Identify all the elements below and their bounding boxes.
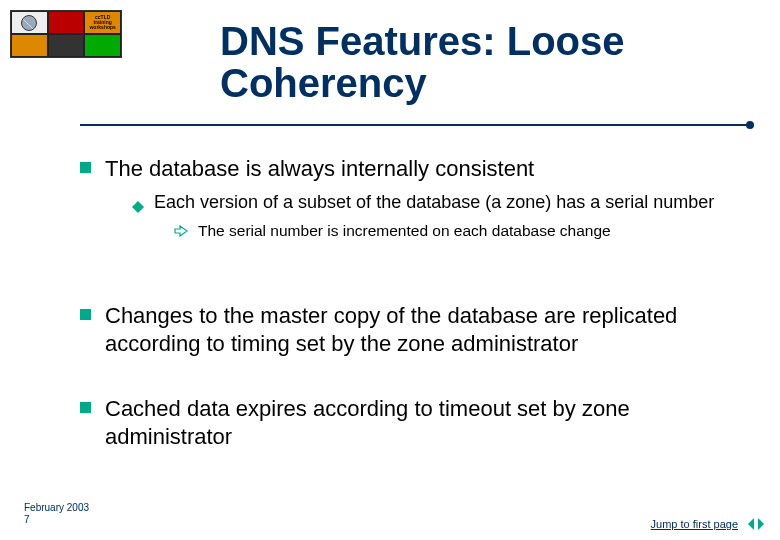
bullet-square-icon	[80, 402, 91, 413]
bullet-text: Each version of a subset of the database…	[154, 191, 714, 214]
slide: ccTLD training workshops DNS Features: L…	[0, 0, 780, 540]
logo-cell	[48, 11, 85, 34]
footer-page-number: 7	[24, 514, 30, 525]
logo-cell-label: ccTLD training workshops	[84, 11, 121, 34]
bullet-text: Changes to the master copy of the databa…	[105, 302, 740, 357]
footer-date: February 2003 7	[24, 502, 89, 526]
jump-to-first-link[interactable]: Jump to first page	[651, 518, 738, 530]
prev-slide-icon[interactable]	[742, 518, 754, 530]
footer-nav: Jump to first page	[651, 518, 770, 530]
logo-cell-globe	[11, 11, 48, 34]
slide-title: DNS Features: Loose Coherency	[220, 20, 740, 104]
logo: ccTLD training workshops	[10, 10, 122, 58]
bullet-text: The database is always internally consis…	[105, 155, 534, 183]
bullet-square-icon	[80, 309, 91, 320]
bullet-level3: The serial number is incremented on each…	[174, 221, 740, 240]
bullet-level1: The database is always internally consis…	[80, 155, 740, 183]
slide-body: The database is always internally consis…	[80, 155, 740, 458]
bullet-level1: Cached data expires according to timeout…	[80, 395, 740, 450]
logo-cell	[11, 34, 48, 57]
bullet-level2: Each version of a subset of the database…	[132, 191, 740, 214]
title-underline	[80, 124, 752, 126]
footer-date-text: February 2003	[24, 502, 89, 513]
bullet-diamond-icon	[132, 195, 144, 207]
logo-cell	[48, 34, 85, 57]
bullet-hand-icon	[174, 225, 188, 240]
globe-icon	[21, 15, 37, 31]
bullet-text: Cached data expires according to timeout…	[105, 395, 740, 450]
bullet-text: The serial number is incremented on each…	[198, 221, 611, 240]
next-slide-icon[interactable]	[758, 518, 770, 530]
bullet-level1: Changes to the master copy of the databa…	[80, 302, 740, 357]
logo-cell	[84, 34, 121, 57]
bullet-square-icon	[80, 162, 91, 173]
title-wrap: DNS Features: Loose Coherency	[220, 20, 740, 104]
